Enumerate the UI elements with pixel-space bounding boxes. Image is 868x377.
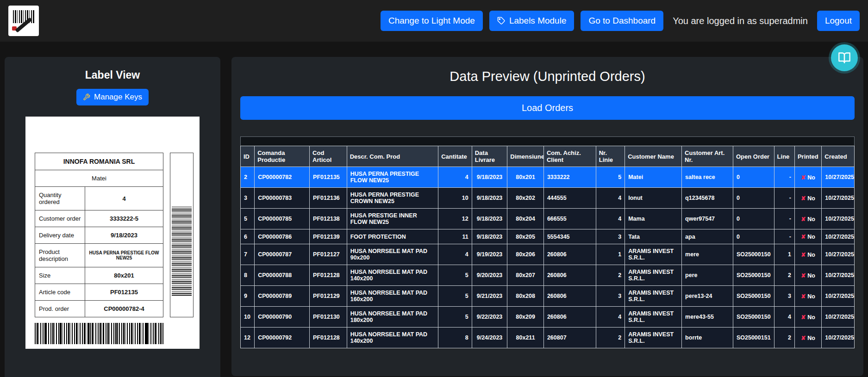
cell-open_order: SO25000150 [733, 265, 774, 286]
column-header[interactable]: Data Livrare [472, 146, 507, 167]
printed-label: No [806, 195, 815, 202]
column-header[interactable]: Comanda Productie [255, 146, 310, 167]
dashboard-button[interactable]: Go to Dashboard [581, 11, 663, 31]
column-header[interactable]: Created [822, 146, 855, 167]
bottom-barcode [35, 323, 163, 344]
cell-customer_name: ARAMIS INVEST S.R.L. [625, 286, 682, 307]
manage-keys-label: Manage Keys [94, 93, 142, 102]
column-header[interactable]: Cod Articol [310, 146, 347, 167]
vertical-barcode-bars [172, 205, 192, 296]
cell-created: 10/27/2025 [822, 188, 855, 209]
cell-id: 10 [241, 307, 255, 328]
cell-line: - [774, 209, 794, 229]
table-row[interactable]: 9CP00000789PF012129HUSA NORRSELE MAT PAD… [241, 286, 855, 307]
app-logo[interactable] [8, 6, 39, 36]
cell-open_order: 0 [733, 167, 774, 188]
cell-open_order: SO25000151 [733, 328, 774, 348]
cell-created: 10/27/2025 [822, 167, 855, 188]
cell-customer_name: ARAMIS INVEST S.R.L. [625, 244, 682, 265]
cell-cod: PF012138 [310, 209, 347, 229]
cell-cod: PF012129 [310, 286, 347, 307]
table-row[interactable]: 2CP00000782PF012135HUSA PERNA PRESTIGE F… [241, 167, 855, 188]
logout-button[interactable]: Logout [817, 11, 860, 31]
column-header[interactable]: Printed [794, 146, 821, 167]
cell-com_achiz: 260807 [543, 328, 596, 348]
column-header[interactable]: Descr. Com. Prod [347, 146, 438, 167]
column-header[interactable]: Open Order [733, 146, 774, 167]
cell-customer_art: pere [682, 265, 733, 286]
label-field-value: 80x201 [85, 267, 163, 284]
cell-id: 7 [241, 244, 255, 265]
cell-cantitate: 8 [438, 328, 472, 348]
cell-printed: ✘ No [794, 229, 821, 244]
label-field-value: PF012135 [85, 284, 163, 301]
cell-data_livrare: 9/19/2023 [472, 244, 507, 265]
printed-label: No [806, 216, 815, 222]
label-field-name: Delivery date [35, 227, 85, 244]
column-header[interactable]: Com. Achiz. Client [543, 146, 596, 167]
cell-id: 12 [241, 328, 255, 348]
cell-cod: PF012127 [310, 244, 347, 265]
label-field-row: Article codePF012135 [35, 284, 163, 301]
cell-open_order: 0 [733, 188, 774, 209]
cell-data_livrare: 9/24/2023 [472, 328, 507, 348]
label-field-value: 3333222-5 [85, 210, 163, 227]
cell-cod: PF012128 [310, 265, 347, 286]
table-row[interactable]: 7CP00000787PF012127HUSA NORRSELE MAT PAD… [241, 244, 855, 265]
cell-data_livrare: 9/20/2023 [472, 265, 507, 286]
cell-line: 2 [774, 328, 794, 348]
logged-in-text: You are logged in as superadmin [673, 16, 808, 26]
table-row[interactable]: 8CP00000788PF012128HUSA NORRSELE MAT PAD… [241, 265, 855, 286]
table-row[interactable]: 6CP00000786PF012139FOOT PROTECTION119/18… [241, 229, 855, 244]
column-header[interactable]: Nr. Linie [596, 146, 624, 167]
column-header[interactable]: Line [774, 146, 794, 167]
column-header[interactable]: Customer Name [625, 146, 682, 167]
cell-comanda: CP00000787 [255, 244, 310, 265]
cell-customer_art: mere [682, 244, 733, 265]
cell-dimensiune: 80x207 [507, 265, 544, 286]
column-header[interactable]: Dimensiune [507, 146, 544, 167]
x-icon: ✘ [801, 272, 806, 279]
barcode-logo-icon [13, 10, 34, 23]
cell-descr: HUSA PERNA PRESTIGE FLOW NEW25 [347, 167, 438, 188]
cell-descr: HUSA NORRSELE MAT PAD 140x200 [347, 265, 438, 286]
table-row[interactable]: 3CP00000783PF012136HUSA PERNA PRESTIGE C… [241, 188, 855, 209]
cell-open_order: 0 [733, 209, 774, 229]
table-header-row: IDComanda ProductieCod ArticolDescr. Com… [241, 146, 855, 167]
cell-customer_art: saltea rece [682, 167, 733, 188]
cell-customer_name: ARAMIS INVEST S.R.L. [625, 328, 682, 348]
labels-module-button[interactable]: Labels Module [489, 11, 575, 31]
table-row[interactable]: 5CP00000785PF012138HUSA PRESTIGE INNER F… [241, 209, 855, 229]
wrench-icon [83, 93, 90, 101]
column-header[interactable]: ID [241, 146, 255, 167]
x-icon: ✘ [801, 252, 806, 258]
cell-data_livrare: 9/22/2023 [472, 307, 507, 328]
cell-dimensiune: 80x209 [507, 307, 544, 328]
cell-comanda: CP00000783 [255, 188, 310, 209]
cell-id: 3 [241, 188, 255, 209]
cell-id: 8 [241, 265, 255, 286]
table-row[interactable]: 12CP00000792PF012128HUSA NORRSELE MAT PA… [241, 328, 855, 348]
cell-com_achiz: 3333222 [543, 167, 596, 188]
table-row[interactable]: 10CP00000790PF012130HUSA NORRSELE MAT PA… [241, 307, 855, 328]
column-header[interactable]: Customer Art. Nr. [682, 146, 733, 167]
data-preview-title: Data Preview (Unprinted Orders) [240, 69, 855, 84]
cell-cantitate: 4 [438, 167, 472, 188]
column-header[interactable]: Cantitate [438, 146, 472, 167]
manage-keys-button[interactable]: Manage Keys [76, 89, 149, 105]
cell-printed: ✘ No [794, 265, 821, 286]
floating-docs-button[interactable] [831, 44, 858, 71]
cell-dimensiune: 80x202 [507, 188, 544, 209]
navbar: Change to Light Mode Labels Module Go to… [0, 0, 868, 42]
load-orders-button[interactable]: Load Orders [240, 96, 855, 120]
label-field-name: Size [35, 267, 85, 284]
light-mode-button[interactable]: Change to Light Mode [381, 11, 483, 31]
cell-com_achiz: 260806 [543, 265, 596, 286]
label-customer: Matei [35, 170, 163, 187]
cell-dimensiune: 80x204 [507, 209, 544, 229]
x-icon: ✘ [801, 234, 806, 240]
cell-line: 1 [774, 244, 794, 265]
cell-com_achiz: 260806 [543, 307, 596, 328]
label-field-name: Prod. order [35, 301, 85, 317]
label-table: INNOFA ROMANIA SRL Matei Quantity ordere… [35, 153, 163, 317]
